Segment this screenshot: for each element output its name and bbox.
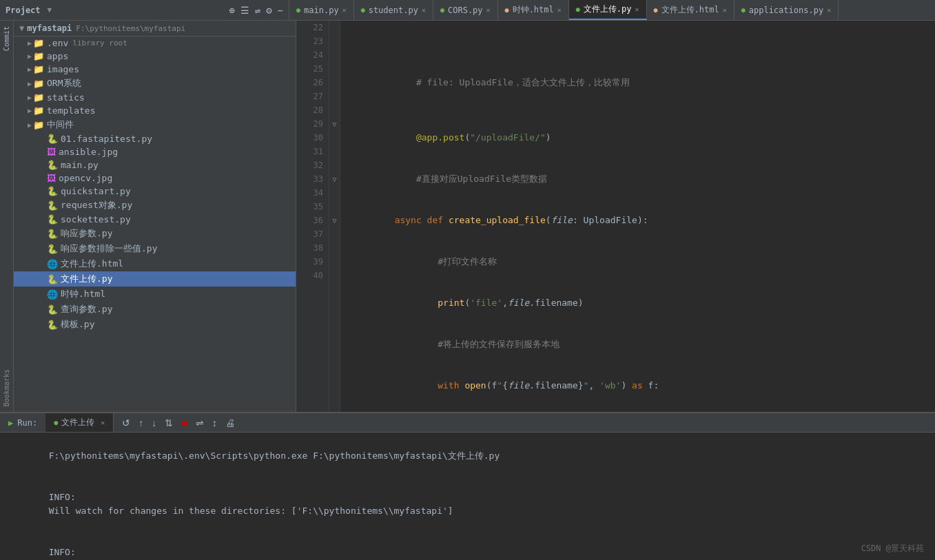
tree-item-opencv[interactable]: 🖼 opencv.jpg bbox=[14, 172, 296, 185]
tree-item-templates[interactable]: ▶ 📁 templates bbox=[14, 104, 296, 117]
tab-wenjian-py[interactable]: ● 文件上传.py ✕ bbox=[569, 0, 647, 20]
terminal-info1: INFO: Will watch for changes in these di… bbox=[6, 477, 929, 532]
icon-response2: 🐍 bbox=[47, 244, 58, 254]
tab-student-py[interactable]: ● student.py ✕ bbox=[354, 0, 433, 20]
gutter-33[interactable]: ▽ bbox=[331, 172, 339, 186]
folder-icon-statics: 📁 bbox=[33, 92, 44, 103]
settings-icon[interactable]: ⚙ bbox=[266, 5, 271, 16]
tree-item-socket[interactable]: 🐍 sockettest.py bbox=[14, 213, 296, 226]
tree-item-statics[interactable]: ▶ 📁 statics bbox=[14, 91, 296, 104]
tab-close-shizhen-html[interactable]: ✕ bbox=[557, 6, 562, 14]
label-response2: 响应参数排除一些值.py bbox=[61, 242, 157, 255]
tree-item-env[interactable]: ▶ 📁 .env library root bbox=[14, 37, 296, 50]
split-icon[interactable]: ⇌ bbox=[255, 5, 260, 16]
minus-icon[interactable]: − bbox=[278, 5, 283, 16]
tree-item-orm[interactable]: ▶ 📁 ORM系统 bbox=[14, 76, 296, 91]
ln-22: 22 bbox=[314, 21, 323, 34]
globe-icon[interactable]: ⊕ bbox=[229, 5, 234, 16]
tree-item-moban[interactable]: 🐍 模板.py bbox=[14, 317, 296, 332]
icon-mainpy: 🐍 bbox=[47, 160, 58, 170]
terminal-info2: INFO: Uvicorn running on http://127.0.0.… bbox=[6, 532, 929, 560]
info1-value: Will watch for changes in these director… bbox=[49, 506, 453, 516]
code-content[interactable]: # file: UploadFile，适合大文件上传，比较常用 @app.pos… bbox=[340, 21, 935, 412]
icon-shizhen2: 🌐 bbox=[47, 289, 58, 300]
ln-30: 30 bbox=[314, 131, 323, 145]
project-panel-header: Project ▼ ⊕ ☰ ⇌ ⚙ − bbox=[0, 0, 289, 20]
run-tab-wenjian[interactable]: ● 文件上传 ✕ bbox=[45, 413, 114, 432]
tree-item-mainpy[interactable]: 🐍 main.py bbox=[14, 158, 296, 172]
tab-close-applications-py[interactable]: ✕ bbox=[827, 6, 831, 14]
tree-item-apps[interactable]: ▶ 📁 apps bbox=[14, 50, 296, 63]
side-label-commit[interactable]: Commit bbox=[1, 21, 12, 56]
tree-item-shizhen2[interactable]: 🌐 时钟.html bbox=[14, 287, 296, 302]
gutter-27 bbox=[331, 90, 339, 103]
ln-31: 31 bbox=[314, 145, 323, 158]
run-tab-close[interactable]: ✕ bbox=[101, 419, 105, 426]
gutter-37 bbox=[331, 227, 339, 241]
tree-item-request[interactable]: 🐍 request对象.py bbox=[14, 198, 296, 213]
tab-applications-py[interactable]: ● applications.py ✕ bbox=[734, 0, 839, 20]
tab-wenjian-html[interactable]: ● 文件上传.html ✕ bbox=[647, 0, 734, 20]
run-scroll-btn[interactable]: ⇅ bbox=[162, 416, 176, 430]
run-down-btn[interactable]: ↓ bbox=[149, 416, 159, 430]
tab-close-wenjian-html[interactable]: ✕ bbox=[723, 6, 727, 14]
tree-item-01fastapi[interactable]: 🐍 01.fastapitest.py bbox=[14, 132, 296, 145]
tree-label-images: images bbox=[47, 64, 79, 74]
folder-icon-middleware: 📁 bbox=[33, 120, 44, 130]
tab-close-student-py[interactable]: ✕ bbox=[422, 6, 426, 14]
tree-item-quickstart[interactable]: 🐍 quickstart.py bbox=[14, 185, 296, 198]
tree-item-wenjian-py[interactable]: 🐍 文件上传.py bbox=[14, 271, 296, 287]
tree-item-images[interactable]: ▶ 📁 images bbox=[14, 63, 296, 76]
ln-23: 23 bbox=[314, 34, 323, 48]
label-socket: sockettest.py bbox=[61, 214, 131, 225]
run-stop-btn[interactable]: ■ bbox=[178, 416, 189, 430]
chevron-orm: ▶ bbox=[28, 80, 32, 87]
code-line-26 bbox=[351, 103, 935, 117]
code-line-33: with open(f"{file.filename}", 'wb') as f… bbox=[351, 365, 935, 406]
label-wenjian-py: 文件上传.py bbox=[61, 273, 112, 285]
tree-item-wenjian-html[interactable]: 🌐 文件上传.html bbox=[14, 256, 296, 271]
icon-chaxun: 🐍 bbox=[47, 304, 58, 315]
code-line-31: print('file',file.filename) bbox=[351, 282, 935, 324]
ln-27: 27 bbox=[314, 90, 323, 103]
tab-cors-py[interactable]: ● CORS.py ✕ bbox=[433, 0, 498, 20]
gutter-36[interactable]: ▽ bbox=[331, 214, 339, 227]
tab-icon-student-py: ● bbox=[361, 6, 365, 14]
project-root-label[interactable]: myfastapi bbox=[27, 23, 72, 33]
tree-item-chaxun[interactable]: 🐍 查询参数.py bbox=[14, 302, 296, 317]
file-tree-header: ▼ myfastapi F:\pythonitems\myfastapi bbox=[14, 21, 296, 37]
tab-shizhen-html[interactable]: ● 时钟.html ✕ bbox=[498, 0, 569, 20]
layout-icon[interactable]: ☰ bbox=[240, 5, 249, 16]
code-line-25: # file: UploadFile，适合大文件上传，比较常用 bbox=[351, 62, 935, 103]
tab-close-wenjian-py[interactable]: ✕ bbox=[635, 6, 639, 13]
code-editor: 22 23 24 25 26 27 28 29 30 31 32 33 34 3… bbox=[296, 21, 935, 412]
tab-main-py[interactable]: ● main.py ✕ bbox=[289, 0, 354, 20]
tree-item-response1[interactable]: 🐍 响应参数.py bbox=[14, 226, 296, 241]
run-print-btn[interactable]: 🖨 bbox=[223, 416, 238, 430]
folder-icon-env: 📁 bbox=[33, 38, 44, 48]
tree-item-ansible[interactable]: 🖼 ansible.jpg bbox=[14, 145, 296, 158]
label-mainpy: main.py bbox=[61, 160, 99, 170]
tab-close-main-py[interactable]: ✕ bbox=[342, 6, 347, 14]
tab-close-cors-py[interactable]: ✕ bbox=[486, 6, 491, 14]
tree-item-middleware[interactable]: ▶ 📁 中间件 bbox=[14, 117, 296, 132]
run-filter-btn[interactable]: ⇌ bbox=[193, 416, 207, 430]
tab-icon-applications-py: ● bbox=[741, 6, 746, 14]
terminal-output[interactable]: F:\pythonitems\myfastapi\.env\Scripts\py… bbox=[0, 433, 935, 560]
icon-socket: 🐍 bbox=[47, 214, 58, 225]
run-up-btn[interactable]: ↑ bbox=[136, 416, 146, 430]
ln-39: 39 bbox=[314, 255, 323, 269]
project-root-path: F:\pythonitems\myfastapi bbox=[76, 24, 185, 33]
tree-label-apps: apps bbox=[47, 51, 68, 61]
chevron-env: ▶ bbox=[28, 39, 32, 47]
label-wenjian-html: 文件上传.html bbox=[61, 258, 123, 270]
side-label-bookmarks[interactable]: Bookmarks bbox=[1, 364, 12, 412]
run-settings-btn[interactable]: ↕ bbox=[209, 416, 220, 430]
run-restart-btn[interactable]: ↺ bbox=[119, 416, 133, 430]
dropdown-arrow[interactable]: ▼ bbox=[48, 6, 52, 14]
side-labels: Commit Bookmarks bbox=[0, 21, 14, 412]
tree-item-response2[interactable]: 🐍 响应参数排除一些值.py bbox=[14, 241, 296, 256]
gutter-29[interactable]: ▽ bbox=[331, 117, 339, 131]
line-numbers: 22 23 24 25 26 27 28 29 30 31 32 33 34 3… bbox=[296, 21, 329, 412]
tab-label-cors-py: CORS.py bbox=[448, 6, 483, 15]
